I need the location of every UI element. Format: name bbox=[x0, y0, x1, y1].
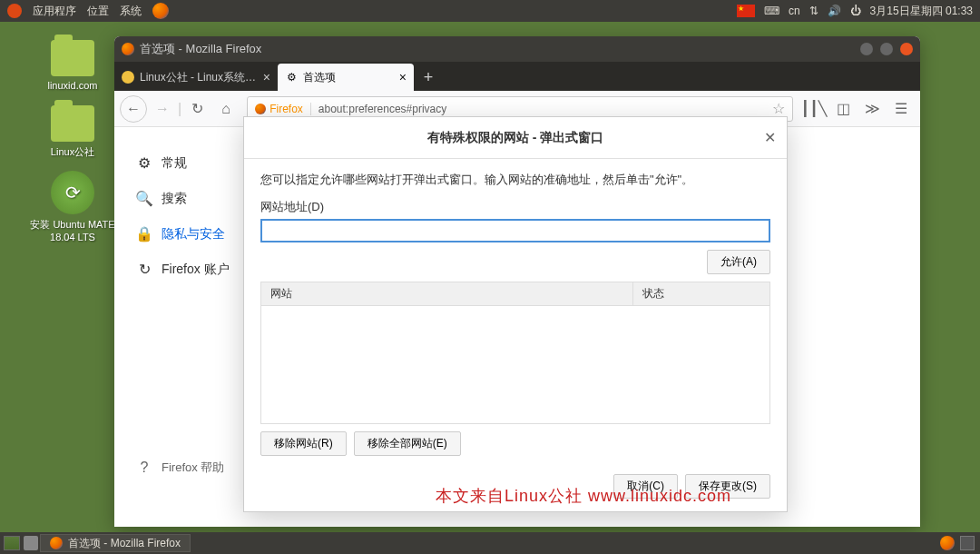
window-titlebar[interactable]: 首选项 - Mozilla Firefox bbox=[114, 36, 920, 62]
sidebar-item-help[interactable]: ? Firefox 帮助 bbox=[136, 450, 241, 485]
close-button[interactable] bbox=[900, 43, 913, 55]
maximize-button[interactable] bbox=[880, 43, 893, 55]
sync-icon: ↻ bbox=[136, 261, 152, 278]
desktop-installer[interactable]: ⟳ 安装 Ubuntu MATE 18.04 LTS bbox=[18, 171, 127, 242]
cancel-button[interactable]: 取消(C) bbox=[613, 474, 678, 499]
sidebar-item-label: 常规 bbox=[162, 155, 187, 172]
tab-label: Linux公社 - Linux系统门… bbox=[140, 70, 258, 85]
desktop-folder-linuxid[interactable]: linuxid.com bbox=[27, 40, 118, 91]
sidebar-item-label: 隐私与安全 bbox=[162, 226, 225, 242]
tab-preferences[interactable]: ⚙ 首选项 × bbox=[278, 64, 414, 91]
window-title: 首选项 - Mozilla Firefox bbox=[140, 41, 261, 57]
search-icon: 🔍 bbox=[136, 190, 152, 207]
menu-icon[interactable]: ☰ bbox=[887, 95, 915, 123]
taskbar-item-label: 首选项 - Mozilla Firefox bbox=[68, 536, 181, 551]
sidebar-item-account[interactable]: ↻ Firefox 账户 bbox=[136, 252, 241, 287]
tab-close-icon[interactable]: × bbox=[399, 70, 407, 84]
forward-button[interactable]: → bbox=[149, 95, 176, 123]
tab-linux-gongshe[interactable]: Linux公社 - Linux系统门… × bbox=[114, 64, 278, 91]
sidebar-item-general[interactable]: ⚙ 常规 bbox=[136, 145, 241, 181]
url-identity[interactable]: Firefox bbox=[248, 103, 311, 115]
new-tab-button[interactable]: + bbox=[414, 64, 443, 91]
desktop-icon-label: linuxid.com bbox=[27, 80, 118, 91]
menu-system[interactable]: 系统 bbox=[120, 4, 142, 19]
preferences-sidebar: ⚙ 常规 🔍 搜索 🔒 隐私与安全 ↻ Firefox 账户 ? Firefox… bbox=[114, 127, 241, 527]
taskbar-item-firefox[interactable]: 首选项 - Mozilla Firefox bbox=[40, 534, 191, 552]
sidebar-item-label: 搜索 bbox=[162, 191, 187, 207]
allow-button[interactable]: 允许(A) bbox=[707, 250, 770, 274]
dialog-close-icon[interactable]: ✕ bbox=[764, 129, 776, 146]
installer-icon: ⟳ bbox=[51, 171, 94, 214]
lock-icon: 🔒 bbox=[136, 225, 152, 242]
home-button[interactable]: ⌂ bbox=[212, 95, 240, 123]
network-icon[interactable]: ⇅ bbox=[809, 5, 818, 17]
sites-table: 网站 状态 bbox=[260, 282, 770, 424]
dialog-body: 您可以指定允许哪些网站打开弹出式窗口。输入网站的准确地址，然后单击"允许"。 网… bbox=[244, 159, 787, 511]
library-icon[interactable]: ┃┃╲ bbox=[800, 95, 828, 123]
ubuntu-logo-icon[interactable] bbox=[7, 4, 22, 18]
desktop-folder-linuxgongshe[interactable]: Linux公社 bbox=[27, 105, 118, 159]
firefox-icon bbox=[122, 43, 134, 55]
menu-applications[interactable]: 应用程序 bbox=[33, 4, 76, 19]
remove-all-button[interactable]: 移除全部网站(E) bbox=[354, 431, 461, 456]
reload-button[interactable]: ↻ bbox=[183, 95, 211, 123]
bookmark-star-icon[interactable]: ☆ bbox=[765, 100, 792, 117]
bottom-panel: 首选项 - Mozilla Firefox bbox=[0, 532, 980, 554]
power-icon[interactable]: ⏻ bbox=[850, 5, 861, 17]
dialog-title: 有特殊权限的网站 - 弹出式窗口 bbox=[427, 130, 603, 146]
sidebar-item-label: Firefox 帮助 bbox=[162, 460, 224, 476]
dialog-header: 有特殊权限的网站 - 弹出式窗口 ✕ bbox=[244, 117, 787, 159]
folder-icon bbox=[51, 105, 94, 142]
dialog-description: 您可以指定允许哪些网站打开弹出式窗口。输入网站的准确地址，然后单击"允许"。 bbox=[260, 172, 770, 188]
website-address-input[interactable] bbox=[260, 219, 770, 242]
firefox-icon bbox=[255, 104, 266, 114]
minimize-button[interactable] bbox=[860, 43, 873, 55]
column-status[interactable]: 状态 bbox=[633, 282, 769, 305]
sidebar-item-privacy[interactable]: 🔒 隐私与安全 bbox=[136, 216, 241, 252]
back-button[interactable]: ← bbox=[120, 95, 147, 123]
tray-app-icon[interactable] bbox=[24, 536, 38, 550]
address-label: 网站地址(D) bbox=[260, 199, 770, 215]
firefox-launcher-icon[interactable] bbox=[152, 3, 169, 19]
desktop-icon-label: Linux公社 bbox=[27, 145, 118, 159]
show-desktop-button[interactable] bbox=[4, 536, 20, 550]
popup-exceptions-dialog: 有特殊权限的网站 - 弹出式窗口 ✕ 您可以指定允许哪些网站打开弹出式窗口。输入… bbox=[243, 116, 788, 512]
overflow-icon[interactable]: ≫ bbox=[858, 95, 886, 123]
column-site[interactable]: 网站 bbox=[261, 282, 633, 305]
input-method-indicator[interactable]: cn bbox=[789, 5, 800, 17]
volume-icon[interactable]: 🔊 bbox=[828, 5, 841, 17]
url-brand-label: Firefox bbox=[270, 103, 303, 115]
url-text: about:preferences#privacy bbox=[311, 103, 765, 115]
tab-bar: Linux公社 - Linux系统门… × ⚙ 首选项 × + bbox=[114, 62, 920, 91]
firefox-icon bbox=[50, 537, 63, 549]
flag-icon bbox=[737, 5, 755, 17]
save-button[interactable]: 保存更改(S) bbox=[685, 474, 770, 499]
sidebar-icon[interactable]: ◫ bbox=[829, 95, 857, 123]
tray-firefox-icon[interactable] bbox=[940, 536, 955, 550]
menu-places[interactable]: 位置 bbox=[87, 4, 109, 19]
gear-icon: ⚙ bbox=[136, 154, 152, 172]
clock[interactable]: 3月15日星期四 01:33 bbox=[870, 4, 973, 19]
trash-icon[interactable] bbox=[960, 536, 975, 550]
tab-close-icon[interactable]: × bbox=[263, 70, 270, 84]
desktop-icon-label: 安装 Ubuntu MATE 18.04 LTS bbox=[18, 218, 127, 242]
tab-favicon-icon bbox=[122, 71, 134, 84]
help-icon: ? bbox=[136, 460, 152, 476]
sidebar-item-search[interactable]: 🔍 搜索 bbox=[136, 181, 241, 216]
table-header: 网站 状态 bbox=[261, 282, 769, 306]
top-panel: 应用程序 位置 系统 ⌨ cn ⇅ 🔊 ⏻ 3月15日星期四 01:33 bbox=[0, 0, 980, 22]
gear-icon: ⚙ bbox=[285, 71, 298, 84]
tab-label: 首选项 bbox=[303, 70, 336, 85]
remove-site-button[interactable]: 移除网站(R) bbox=[260, 431, 347, 456]
sidebar-item-label: Firefox 账户 bbox=[162, 262, 230, 278]
keyboard-icon[interactable]: ⌨ bbox=[764, 5, 779, 17]
folder-icon bbox=[51, 40, 94, 76]
